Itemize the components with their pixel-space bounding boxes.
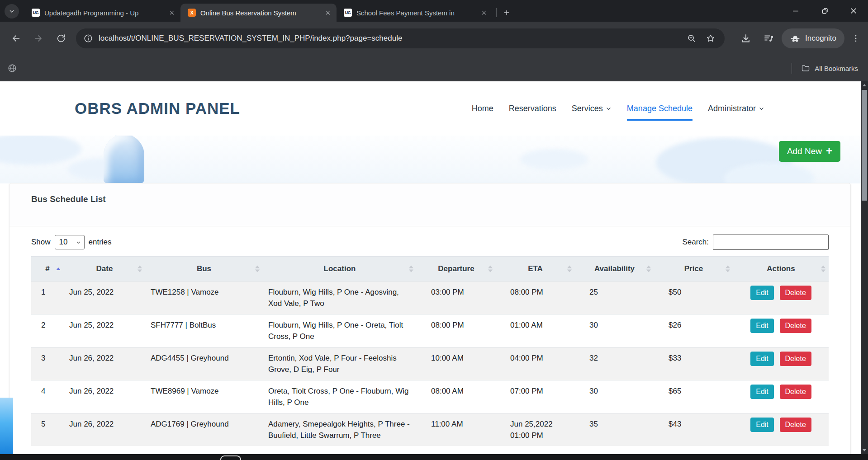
- tabs-container: UG Updategadh Programming - Up X Online …: [24, 4, 513, 22]
- table-row: 1 Jun 25, 2022 TWE1258 | Vamoze Flouburn…: [31, 282, 829, 314]
- cell-price: $26: [654, 314, 733, 347]
- bottom-taskbar-strip: [0, 454, 868, 460]
- browser-menu-button[interactable]: [848, 31, 863, 46]
- back-button[interactable]: [7, 29, 25, 47]
- cell-price: $65: [654, 380, 733, 413]
- forward-button[interactable]: [29, 29, 47, 47]
- edit-button[interactable]: Edit: [750, 319, 774, 333]
- tab-favicon-ug: UG: [32, 9, 40, 17]
- cell-price: $33: [654, 347, 733, 380]
- tab-close-icon[interactable]: [480, 9, 488, 17]
- new-tab-button[interactable]: [500, 6, 513, 19]
- delete-button[interactable]: Delete: [780, 319, 811, 333]
- cell-departure: 10:00 AM: [417, 347, 496, 380]
- lamp-illustration: [101, 128, 147, 184]
- cell-location: Flouburn, Wig Hills, P One - Agosving, X…: [263, 282, 417, 314]
- tab-favicon-ug: UG: [344, 9, 352, 17]
- cell-availability: 32: [575, 347, 654, 380]
- all-bookmarks-button[interactable]: All Bookmarks: [797, 62, 862, 75]
- reload-button[interactable]: [52, 29, 70, 47]
- three-dots-icon: [851, 34, 860, 43]
- tab-close-icon[interactable]: [324, 9, 332, 17]
- scrollbar-up-button[interactable]: [861, 81, 868, 89]
- edit-button[interactable]: Edit: [750, 418, 774, 432]
- table-body: 1 Jun 25, 2022 TWE1258 | Vamoze Flouburn…: [31, 282, 829, 446]
- nav-item-administrator[interactable]: Administrator: [708, 102, 764, 115]
- minimize-icon: [791, 6, 800, 15]
- column-header-actions[interactable]: Actions: [733, 257, 829, 282]
- minimize-button[interactable]: [781, 0, 810, 22]
- cell-bus: TWE1258 | Vamoze: [145, 282, 263, 314]
- sort-icons: [726, 266, 730, 272]
- entries-select[interactable]: 10: [55, 235, 85, 249]
- url-text: localhost/t/ONLINE_BUS_RESERVATION_SYSTE…: [99, 34, 679, 43]
- table-controls: Show 10 entries Search:: [31, 234, 829, 251]
- column-header-availability[interactable]: Availability: [575, 257, 654, 282]
- download-icon: [740, 33, 751, 44]
- column-header-eta[interactable]: ETA: [496, 257, 575, 282]
- cell-date: Jun 25, 2022: [64, 314, 145, 347]
- tab-bus-reservation[interactable]: X Online Bus Reservation System: [180, 4, 337, 22]
- entries-select-value: 10: [59, 238, 68, 247]
- brand-title[interactable]: OBRS ADMIN PANEL: [75, 99, 240, 117]
- edit-button[interactable]: Edit: [750, 352, 774, 366]
- search-input[interactable]: [713, 235, 829, 250]
- cell-num: 4: [31, 380, 64, 413]
- sort-icons: [646, 266, 651, 272]
- cell-actions: Edit Delete: [733, 282, 829, 314]
- table-row: 3 Jun 26, 2022 ADG4455 | Greyhound Erton…: [31, 347, 829, 380]
- column-header-date[interactable]: Date: [64, 257, 145, 282]
- maximize-button[interactable]: [810, 0, 839, 22]
- edit-button[interactable]: Edit: [750, 286, 774, 300]
- sort-icons: [138, 266, 142, 272]
- tab-close-icon[interactable]: [168, 9, 176, 17]
- cell-location: Ertontin, Xod Vale, P Four - Feeloshis G…: [263, 347, 417, 380]
- column-header-departure[interactable]: Departure: [417, 257, 496, 282]
- bookmark-item[interactable]: [6, 62, 18, 74]
- tab-updategadh[interactable]: UG Updategadh Programming - Up: [24, 4, 180, 22]
- add-new-button[interactable]: Add New +: [779, 141, 840, 162]
- cell-actions: Edit Delete: [733, 347, 829, 380]
- scrollbar-thumb[interactable]: [862, 90, 867, 201]
- delete-button[interactable]: Delete: [780, 286, 811, 300]
- schedule-table: # Date Bus Location Departure: [31, 256, 829, 446]
- nav-item-services[interactable]: Services: [572, 102, 612, 115]
- folder-icon: [801, 64, 810, 73]
- cell-availability: 25: [575, 282, 654, 314]
- nav-item-home[interactable]: Home: [472, 102, 493, 115]
- sort-icons: [567, 266, 572, 272]
- cell-eta: 01:00 AM: [496, 314, 575, 347]
- scrollbar-down-button[interactable]: [861, 446, 868, 454]
- delete-button[interactable]: Delete: [780, 385, 811, 399]
- bookmark-star-icon[interactable]: [704, 32, 717, 45]
- cell-location: Adamery, Smepealgok Heights, P Three - B…: [263, 413, 417, 446]
- column-header-bus[interactable]: Bus: [145, 257, 263, 282]
- globe-icon: [7, 63, 17, 73]
- incognito-icon: [790, 33, 801, 44]
- tab-search-button[interactable]: [5, 4, 19, 19]
- incognito-label: Incognito: [805, 34, 836, 43]
- delete-button[interactable]: Delete: [780, 352, 811, 366]
- zoom-icon[interactable]: [685, 32, 698, 45]
- cell-date: Jun 26, 2022: [64, 347, 145, 380]
- edit-button[interactable]: Edit: [750, 385, 774, 399]
- bookmarks-separator: [792, 63, 792, 74]
- delete-button[interactable]: Delete: [780, 418, 811, 432]
- cell-availability: 30: [575, 314, 654, 347]
- column-header-location[interactable]: Location: [263, 257, 417, 282]
- close-window-button[interactable]: [839, 0, 868, 22]
- tab-school-fees[interactable]: UG School Fees Payment System in: [337, 4, 493, 22]
- plus-icon: [503, 9, 510, 16]
- column-header-price[interactable]: Price: [654, 257, 733, 282]
- taskbar-widget-outline: [220, 455, 241, 460]
- caret-down-icon: [606, 106, 612, 112]
- site-info-icon[interactable]: [83, 33, 93, 43]
- downloads-button[interactable]: [737, 30, 754, 47]
- media-playlist-icon: [763, 33, 774, 44]
- nav-item-manage-schedule[interactable]: Manage Schedule: [627, 102, 693, 115]
- address-bar[interactable]: localhost/t/ONLINE_BUS_RESERVATION_SYSTE…: [76, 28, 725, 48]
- nav-item-reservations[interactable]: Reservations: [509, 102, 556, 115]
- column-header-num[interactable]: #: [31, 257, 64, 282]
- page-scrollbar: [861, 81, 868, 454]
- media-controls-button[interactable]: [760, 30, 777, 47]
